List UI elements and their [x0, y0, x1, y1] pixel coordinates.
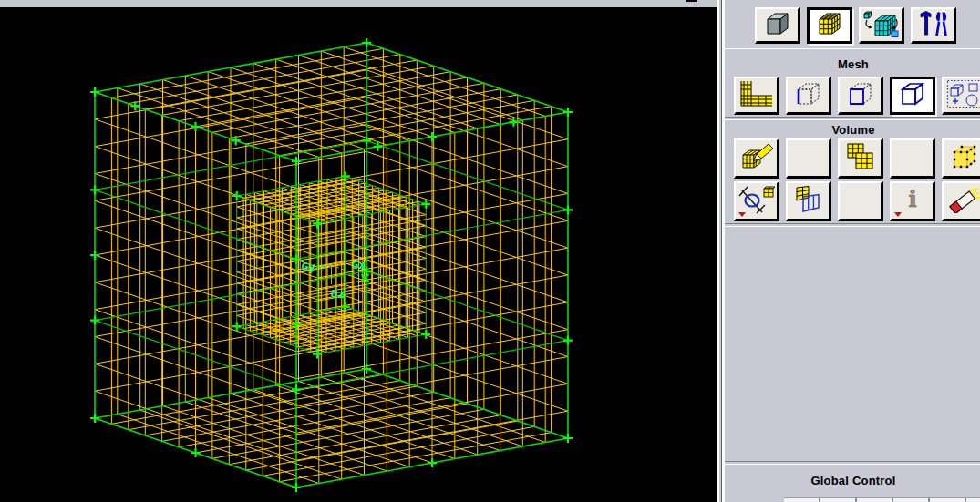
svg-text:Gx: Gx: [352, 258, 366, 271]
info-icon: i: [906, 188, 919, 215]
blank-2-button[interactable]: [890, 138, 935, 179]
blank-1-button[interactable]: [786, 138, 831, 179]
geometry-cube-icon: [762, 10, 793, 41]
svg-text:i: i: [908, 188, 916, 211]
blank-3-button[interactable]: [838, 181, 883, 221]
volume-section-title: Volume: [725, 123, 980, 137]
zones-cube-icon: [863, 9, 900, 42]
svg-text:Gz: Gz: [331, 287, 346, 301]
volume-toolbar-row-1: [734, 138, 980, 179]
mesh-face-icon: [845, 80, 876, 111]
mesh-toolbar: [734, 77, 980, 115]
gambit-window: GxGyGz Mesh Volume i Global Control: [0, 0, 980, 502]
section-divider: [725, 223, 980, 227]
eraser-icon: [948, 186, 980, 217]
dropdown-arrow-icon: [738, 212, 746, 217]
mesh-command-button[interactable]: [807, 7, 852, 44]
copy-volume-mesh-button[interactable]: [838, 138, 883, 179]
sheet-convert-icon: [792, 185, 825, 218]
boundary-layer-icon: [739, 80, 774, 111]
mesh-volumes-icon: [738, 142, 775, 175]
link-volume-mesh-button[interactable]: [734, 181, 779, 221]
boundary-layer-mesh-button[interactable]: [734, 77, 779, 115]
mesh-group-icon: [946, 79, 980, 112]
mesh-wireframe-cube: GxGyGz: [0, 0, 718, 502]
tools-icon: [918, 10, 949, 41]
viewport-top-strip: [0, 0, 718, 7]
toolbar-panel: Mesh Volume i Global Control: [723, 0, 980, 502]
section-divider: [725, 117, 980, 120]
mesh-volumes-button[interactable]: [734, 138, 779, 179]
mesh-section-title: Mesh: [725, 57, 980, 71]
display-volume-nodes-button[interactable]: [942, 138, 980, 179]
dropdown-arrow-icon: [894, 212, 902, 217]
geometry-command-button[interactable]: [755, 7, 800, 44]
section-divider: [725, 46, 980, 49]
viewport-top-tick: [686, 0, 697, 2]
group-mesh-button[interactable]: [942, 77, 980, 115]
panel-separator: [717, 0, 723, 502]
face-mesh-button[interactable]: [838, 77, 883, 115]
operation-toolbar: [755, 7, 956, 44]
zones-command-button[interactable]: [859, 7, 904, 44]
svg-text:Gy: Gy: [302, 260, 316, 273]
section-divider: [725, 461, 980, 465]
mesh-edge-icon: [793, 80, 824, 111]
summarize-volume-mesh-button[interactable]: i: [890, 181, 935, 221]
graphics-window[interactable]: GxGyGz: [0, 0, 718, 502]
mesh-cube-icon: [814, 10, 845, 41]
delete-volume-mesh-button[interactable]: [942, 181, 980, 221]
volume-mesh-button[interactable]: [890, 77, 935, 115]
copy-mesh-icon: [844, 143, 877, 174]
edge-mesh-button[interactable]: [786, 77, 831, 115]
nodes-cube-icon: [948, 142, 980, 175]
convert-volume-mesh-button[interactable]: [786, 181, 831, 221]
volume-toolbar-row-2: i: [734, 181, 980, 221]
global-control-title: Global Control: [725, 474, 980, 487]
tools-command-button[interactable]: [911, 7, 956, 44]
global-control-buttons-partial[interactable]: [784, 497, 980, 502]
mesh-volume-icon: [897, 80, 928, 111]
